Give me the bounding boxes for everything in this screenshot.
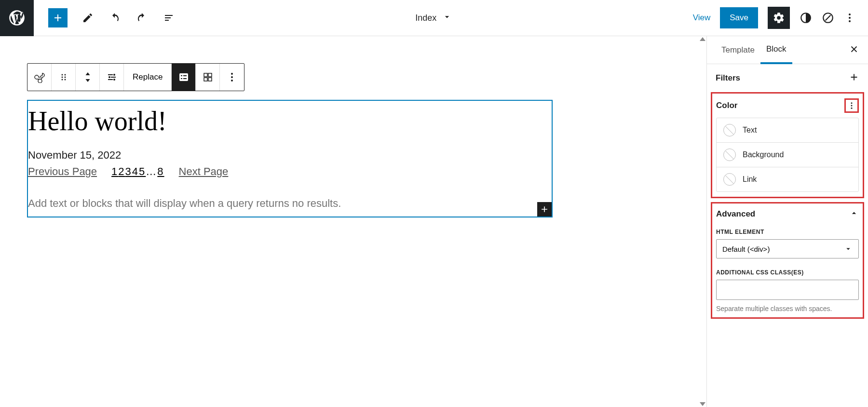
html-element-label: HTML ELEMENT (716, 229, 859, 235)
html-element-select[interactable]: Default (<div>) (716, 239, 859, 258)
filters-label: Filters (716, 73, 740, 83)
color-background-label: Background (743, 150, 784, 159)
add-filter-button[interactable] (849, 72, 859, 84)
chevron-down-icon (844, 244, 853, 253)
svg-point-26 (231, 80, 233, 81)
top-toolbar: Index View Save (0, 0, 868, 36)
html-element-value: Default (<div>) (722, 245, 770, 253)
svg-point-28 (851, 105, 853, 107)
svg-rect-19 (183, 78, 187, 79)
color-text-row[interactable]: Text (717, 118, 858, 143)
color-swatch-none-icon (723, 149, 736, 161)
svg-point-3 (849, 14, 851, 15)
list-layout-icon[interactable] (172, 64, 196, 91)
editor-canvas[interactable]: Replace Hello world! November 15, 2022 P… (0, 36, 706, 407)
color-background-row[interactable]: Background (717, 143, 858, 167)
close-sidebar-button[interactable] (849, 44, 859, 56)
add-block-button[interactable] (48, 8, 68, 27)
settings-button[interactable] (768, 7, 790, 29)
query-loop-block[interactable]: Hello world! November 15, 2022 Previous … (27, 100, 553, 217)
color-label: Color (716, 101, 737, 110)
help-icon[interactable] (822, 12, 834, 24)
svg-point-4 (849, 17, 851, 19)
advanced-panel-highlight: Advanced HTML ELEMENT Default (<div>) AD… (711, 202, 864, 319)
settings-sidebar: Template Block Filters Color Text (706, 36, 868, 407)
next-page-link[interactable]: Next Page (179, 165, 229, 178)
svg-rect-15 (179, 73, 188, 81)
redo-icon[interactable] (136, 12, 148, 24)
css-classes-help: Separate multiple classes with spaces. (716, 305, 859, 312)
view-link[interactable]: View (693, 13, 711, 23)
wordpress-logo[interactable] (0, 0, 34, 36)
page-numbers[interactable]: 12345…8 (111, 165, 164, 178)
filters-section: Filters (707, 64, 868, 92)
css-classes-label: ADDITIONAL CSS CLASS(ES) (716, 269, 859, 276)
color-swatch-none-icon (723, 124, 736, 136)
color-link-label: Link (743, 175, 757, 184)
chevron-up-icon[interactable] (849, 208, 859, 220)
svg-point-12 (113, 74, 115, 76)
svg-rect-18 (181, 78, 182, 79)
svg-rect-16 (181, 75, 182, 76)
pagination: Previous Page 12345…8 Next Page (28, 165, 552, 192)
inline-add-block-button[interactable] (537, 202, 552, 217)
svg-rect-22 (204, 78, 207, 81)
document-title-text: Index (415, 13, 436, 23)
save-button[interactable]: Save (720, 7, 758, 28)
move-down-icon[interactable] (83, 78, 92, 83)
svg-line-2 (826, 15, 831, 21)
svg-point-27 (851, 102, 853, 104)
tab-template[interactable]: Template (716, 36, 760, 64)
color-options-button[interactable] (844, 98, 859, 113)
svg-point-10 (61, 79, 63, 81)
css-classes-input[interactable] (716, 280, 859, 300)
color-swatch-none-icon (723, 173, 736, 186)
color-link-row[interactable]: Link (717, 167, 858, 191)
post-title[interactable]: Hello world! (28, 101, 552, 149)
move-up-icon[interactable] (83, 71, 92, 77)
advanced-label: Advanced (716, 209, 755, 219)
document-title-button[interactable]: Index (175, 12, 693, 24)
svg-rect-17 (183, 75, 187, 76)
drag-handle-icon[interactable] (52, 64, 76, 91)
chevron-down-icon (442, 12, 452, 24)
canvas-scrollbar[interactable] (698, 36, 706, 407)
svg-point-25 (231, 76, 233, 78)
tab-block[interactable]: Block (760, 36, 792, 64)
svg-point-9 (64, 77, 66, 78)
svg-rect-23 (208, 78, 212, 81)
list-view-icon[interactable] (163, 12, 175, 24)
undo-icon[interactable] (109, 12, 121, 24)
color-list: Text Background Link (716, 118, 859, 192)
post-date[interactable]: November 15, 2022 (28, 149, 552, 165)
svg-point-29 (851, 108, 853, 109)
prev-page-link[interactable]: Previous Page (28, 165, 97, 178)
styles-icon[interactable] (800, 12, 812, 24)
edit-tool-icon[interactable] (82, 12, 94, 24)
color-panel-highlight: Color Text Background Link (711, 92, 864, 198)
grid-layout-icon[interactable] (196, 64, 220, 91)
block-type-icon[interactable] (27, 64, 52, 91)
svg-point-5 (849, 20, 851, 22)
svg-point-7 (64, 74, 66, 76)
svg-point-11 (64, 79, 66, 81)
sidebar-tabs: Template Block (707, 36, 868, 64)
display-settings-icon[interactable] (100, 64, 124, 91)
svg-point-8 (61, 77, 63, 78)
color-text-label: Text (743, 126, 757, 135)
block-options-icon[interactable] (220, 64, 244, 91)
no-results-placeholder[interactable]: Add text or blocks that will display whe… (28, 192, 552, 217)
svg-rect-20 (204, 73, 207, 77)
svg-point-13 (108, 76, 110, 78)
svg-point-24 (231, 73, 233, 75)
block-toolbar: Replace (27, 63, 244, 91)
svg-point-6 (61, 74, 63, 76)
replace-button[interactable]: Replace (124, 64, 172, 91)
move-arrows[interactable] (76, 64, 100, 91)
svg-point-14 (113, 79, 115, 81)
more-options-icon[interactable] (844, 12, 855, 24)
svg-rect-21 (208, 73, 212, 77)
